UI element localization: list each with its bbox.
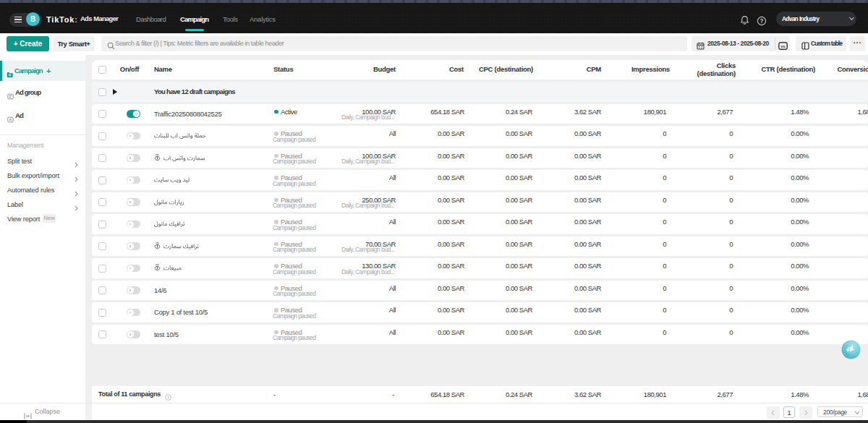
svg-text:vs: vs [780,44,785,48]
svg-text:?: ? [760,17,763,24]
